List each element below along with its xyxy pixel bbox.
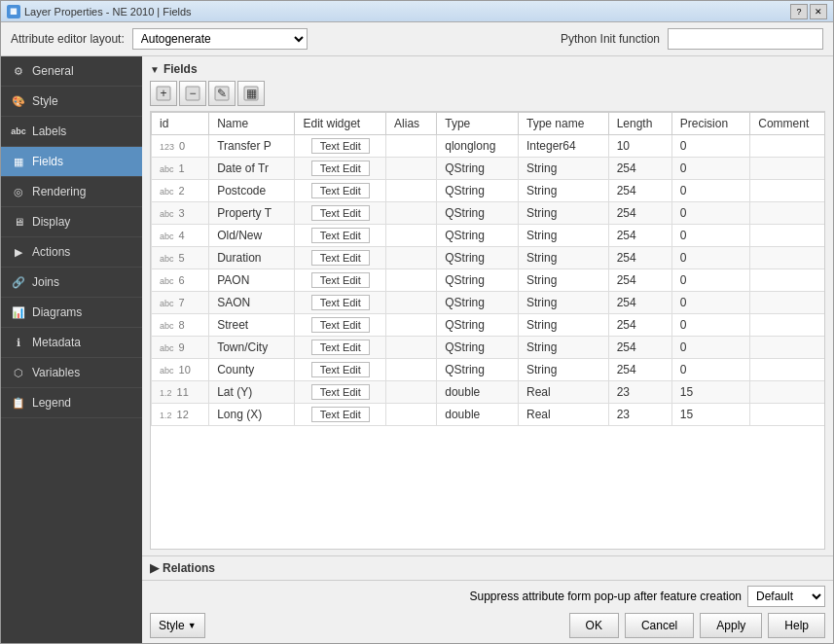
cell-id: abc 9 bbox=[152, 337, 209, 359]
sidebar-item-general[interactable]: ⚙ General bbox=[1, 56, 142, 87]
cell-alias bbox=[386, 292, 437, 314]
edit-widget-button[interactable]: Text Edit bbox=[311, 138, 370, 154]
sidebar-item-legend[interactable]: 📋 Legend bbox=[1, 388, 142, 418]
cell-length: 254 bbox=[608, 180, 671, 202]
type-icon: abc bbox=[160, 321, 174, 331]
cell-typename: Integer64 bbox=[519, 135, 609, 158]
edit-widget-button[interactable]: Text Edit bbox=[311, 161, 370, 176]
col-comment: Comment bbox=[750, 113, 825, 135]
fields-table-container[interactable]: id Name Edit widget Alias Type Type name… bbox=[150, 111, 825, 550]
table-row[interactable]: abc 1 Date of Tr Text Edit QString Strin… bbox=[152, 158, 826, 180]
sidebar-item-rendering[interactable]: ◎ Rendering bbox=[1, 177, 142, 207]
sidebar-item-diagrams[interactable]: 📊 Diagrams bbox=[1, 298, 142, 328]
table-row[interactable]: abc 3 Property T Text Edit QString Strin… bbox=[152, 202, 826, 225]
edit-widget-button[interactable]: Text Edit bbox=[311, 340, 370, 355]
type-icon: abc bbox=[160, 232, 174, 241]
sidebar-label-display: Display bbox=[32, 215, 70, 229]
col-id: id bbox=[152, 113, 209, 135]
table-header-row: id Name Edit widget Alias Type Type name… bbox=[152, 113, 826, 135]
col-length: Length bbox=[608, 113, 671, 135]
edit-widget-button[interactable]: Text Edit bbox=[311, 407, 370, 422]
help-dialog-button[interactable]: Help bbox=[768, 613, 825, 638]
cell-name: Old/New bbox=[209, 225, 295, 247]
layout-select[interactable]: AutogenerateDrag and Drop DesignerProvid… bbox=[132, 28, 308, 50]
edit-widget-button[interactable]: Text Edit bbox=[311, 228, 370, 243]
style-button[interactable]: Style ▼ bbox=[150, 613, 205, 638]
table-row[interactable]: abc 4 Old/New Text Edit QString String 2… bbox=[152, 225, 826, 247]
cancel-button[interactable]: Cancel bbox=[625, 613, 694, 638]
edit-widget-button[interactable]: Text Edit bbox=[311, 362, 370, 377]
table-row[interactable]: abc 5 Duration Text Edit QString String … bbox=[152, 247, 826, 269]
content-area: ▼ Fields + − bbox=[142, 56, 833, 643]
type-icon: abc bbox=[160, 164, 174, 174]
cell-typename: String bbox=[519, 247, 609, 269]
relations-title: Relations bbox=[163, 561, 215, 575]
cell-alias bbox=[386, 337, 437, 359]
sidebar-item-joins[interactable]: 🔗 Joins bbox=[1, 268, 142, 298]
cell-name: Lat (Y) bbox=[209, 381, 295, 404]
table-row[interactable]: abc 6 PAON Text Edit QString String 254 … bbox=[152, 269, 826, 292]
table-row[interactable]: abc 10 County Text Edit QString String 2… bbox=[152, 359, 826, 381]
add-field-button[interactable]: + bbox=[150, 81, 177, 106]
table-row[interactable]: abc 9 Town/City Text Edit QString String… bbox=[152, 337, 826, 359]
cell-length: 254 bbox=[608, 225, 671, 247]
type-icon: abc bbox=[160, 209, 174, 219]
sidebar-label-rendering: Rendering bbox=[32, 185, 86, 198]
sidebar-item-variables[interactable]: ⬡ Variables bbox=[1, 358, 142, 388]
table-row[interactable]: 1.2 11 Lat (Y) Text Edit double Real 23 … bbox=[152, 381, 826, 404]
cell-type: QString bbox=[437, 225, 519, 247]
sidebar-item-fields[interactable]: ▦ Fields bbox=[1, 147, 142, 177]
cell-type: qlonglong bbox=[437, 135, 519, 158]
cell-alias bbox=[386, 247, 437, 269]
cell-comment bbox=[750, 381, 825, 404]
suppress-select[interactable]: DefaultYesNo bbox=[747, 586, 825, 607]
python-input[interactable] bbox=[668, 28, 823, 50]
cell-comment bbox=[750, 180, 825, 202]
edit-widget-button[interactable]: Text Edit bbox=[311, 205, 370, 221]
table-row[interactable]: 1.2 12 Long (X) Text Edit double Real 23… bbox=[152, 404, 826, 426]
sidebar-label-diagrams: Diagrams bbox=[32, 305, 82, 319]
sidebar-item-metadata[interactable]: ℹ Metadata bbox=[1, 328, 142, 358]
cell-type: QString bbox=[437, 314, 519, 337]
edit-widget-button[interactable]: Text Edit bbox=[311, 295, 370, 310]
help-button[interactable]: ? bbox=[790, 4, 808, 19]
close-button[interactable]: ✕ bbox=[810, 4, 827, 19]
relations-header[interactable]: ▶ Relations bbox=[150, 561, 825, 575]
variables-icon: ⬡ bbox=[11, 365, 26, 380]
cell-comment bbox=[750, 247, 825, 269]
cell-id: abc 2 bbox=[152, 180, 209, 202]
table-row[interactable]: 123 0 Transfer P Text Edit qlonglong Int… bbox=[152, 135, 826, 158]
edit-field-button[interactable]: ✎ bbox=[208, 81, 236, 106]
edit-widget-button[interactable]: Text Edit bbox=[311, 250, 370, 266]
sidebar-item-display[interactable]: 🖥 Display bbox=[1, 207, 142, 237]
cell-id: 123 0 bbox=[152, 135, 209, 158]
calc-field-button[interactable]: ▦ bbox=[237, 81, 265, 106]
edit-widget-button[interactable]: Text Edit bbox=[311, 272, 370, 288]
cell-length: 254 bbox=[608, 202, 671, 225]
sidebar-item-style[interactable]: 🎨 Style bbox=[1, 87, 142, 117]
sidebar-label-general: General bbox=[32, 64, 74, 78]
ok-button[interactable]: OK bbox=[569, 613, 619, 638]
sidebar-item-actions[interactable]: ▶ Actions bbox=[1, 237, 142, 268]
cell-type: QString bbox=[437, 202, 519, 225]
apply-button[interactable]: Apply bbox=[700, 613, 762, 638]
sidebar-item-labels[interactable]: abc Labels bbox=[1, 117, 142, 147]
edit-widget-button[interactable]: Text Edit bbox=[311, 317, 370, 333]
table-row[interactable]: abc 7 SAON Text Edit QString String 254 … bbox=[152, 292, 826, 314]
fields-toggle[interactable]: ▼ bbox=[150, 64, 160, 75]
type-icon: 1.2 bbox=[160, 388, 172, 398]
cell-name: Street bbox=[209, 314, 295, 337]
delete-field-button[interactable]: − bbox=[179, 81, 206, 106]
edit-widget-button[interactable]: Text Edit bbox=[311, 384, 370, 400]
cell-comment bbox=[750, 269, 825, 292]
legend-icon: 📋 bbox=[11, 395, 26, 411]
table-row[interactable]: abc 2 Postcode Text Edit QString String … bbox=[152, 180, 826, 202]
cell-typename: String bbox=[519, 337, 609, 359]
fields-title: Fields bbox=[163, 62, 198, 76]
cell-widget: Text Edit bbox=[295, 247, 386, 269]
edit-widget-button[interactable]: Text Edit bbox=[311, 183, 370, 198]
cell-name: Date of Tr bbox=[209, 158, 295, 180]
cell-typename: String bbox=[519, 292, 609, 314]
table-row[interactable]: abc 8 Street Text Edit QString String 25… bbox=[152, 314, 826, 337]
sidebar-label-labels: Labels bbox=[32, 125, 66, 138]
